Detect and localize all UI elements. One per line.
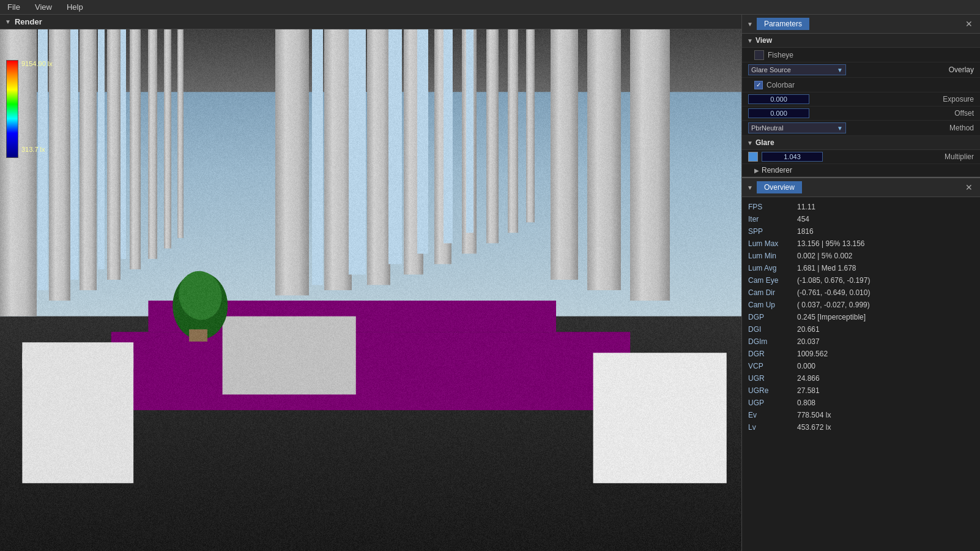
overview-value: 20.661 bbox=[797, 324, 820, 335]
method-value: PbrNeutral bbox=[751, 124, 784, 132]
overview-value: 0.002 | 5% 0.002 bbox=[797, 250, 853, 261]
overview-key: Iter bbox=[748, 214, 797, 225]
method-dropdown[interactable]: PbrNeutral ▼ bbox=[748, 122, 846, 133]
overview-key: SPP bbox=[748, 226, 797, 237]
colorbar-label: Colorbar bbox=[767, 81, 974, 89]
overview-row: Iter454 bbox=[748, 213, 974, 225]
overview-titlebar: ▼ Overview ✕ bbox=[742, 178, 980, 197]
right-panel: ▼ Parameters ✕ ▼ View Fisheye Glare Sour… bbox=[741, 15, 980, 551]
render-collapse-arrow[interactable]: ▼ bbox=[5, 18, 11, 25]
exposure-left bbox=[748, 94, 809, 104]
method-left: PbrNeutral ▼ bbox=[748, 122, 846, 133]
offset-right: Offset bbox=[931, 109, 974, 118]
exposure-right: Exposure bbox=[931, 95, 974, 103]
overview-value: (-0.761, -0.649, 0.010) bbox=[797, 287, 870, 298]
glare-source-value: Glare Source bbox=[751, 66, 791, 73]
exposure-label: Exposure bbox=[931, 95, 974, 103]
params-tab[interactable]: Parameters bbox=[757, 18, 809, 30]
view-collapse-arrow[interactable]: ▼ bbox=[747, 37, 753, 44]
overview-row: DGI20.661 bbox=[748, 323, 974, 335]
glare-source-left: Glare Source ▼ bbox=[748, 64, 846, 75]
glare-collapse-arrow[interactable]: ▼ bbox=[747, 140, 753, 146]
colorbar-checkbox[interactable] bbox=[754, 81, 763, 89]
overview-row: UGP0.808 bbox=[748, 397, 974, 409]
overview-value: 20.037 bbox=[797, 336, 820, 347]
fisheye-checkbox[interactable] bbox=[754, 50, 764, 60]
view-section-label: View bbox=[755, 36, 772, 45]
params-panel: ▼ Parameters ✕ ▼ View Fisheye Glare Sour… bbox=[742, 15, 980, 178]
offset-input[interactable] bbox=[748, 108, 809, 118]
menubar: File View Help bbox=[0, 0, 980, 15]
overview-row: Ev778.504 lx bbox=[748, 409, 974, 421]
glare-section-label: Glare bbox=[755, 138, 774, 147]
main-area: ▼ Render 9154.90 lx 313.7 lx ▼ Parameter… bbox=[0, 15, 980, 551]
overview-key: DGR bbox=[748, 348, 797, 359]
overview-value: 0.245 [Imperceptible] bbox=[797, 312, 866, 323]
menu-view[interactable]: View bbox=[32, 1, 54, 13]
params-titlebar: ▼ Parameters ✕ bbox=[742, 15, 980, 34]
overview-close-btn[interactable]: ✕ bbox=[963, 182, 975, 192]
overview-key: Cam Eye bbox=[748, 275, 797, 286]
view-section-header[interactable]: ▼ View bbox=[742, 34, 980, 48]
lux-bottom-label: 313.7 lx bbox=[21, 146, 45, 153]
overview-row: FPS11.11 bbox=[748, 201, 974, 213]
overview-value: 1.681 | Med 1.678 bbox=[797, 263, 856, 274]
overview-row: Lum Max13.156 | 95% 13.156 bbox=[748, 238, 974, 250]
overview-collapse-arrow[interactable]: ▼ bbox=[747, 184, 753, 191]
colorbar-gradient bbox=[6, 60, 18, 158]
overview-row: VCP0.000 bbox=[748, 360, 974, 372]
overview-key: UGR bbox=[748, 373, 797, 384]
overview-key: UGP bbox=[748, 397, 797, 408]
overview-row: DGIm20.037 bbox=[748, 335, 974, 348]
viewport-panel: ▼ Render 9154.90 lx 313.7 lx bbox=[0, 15, 741, 551]
multiplier-right: Multiplier bbox=[931, 152, 974, 161]
menu-help[interactable]: Help bbox=[64, 1, 86, 13]
overview-row: Lv453.672 lx bbox=[748, 421, 974, 433]
overview-key: DGP bbox=[748, 312, 797, 323]
multiplier-label: Multiplier bbox=[931, 152, 974, 161]
method-row: PbrNeutral ▼ Method bbox=[742, 121, 980, 136]
overview-row: SPP1816 bbox=[748, 225, 974, 238]
overview-titlebar-left: ▼ Overview bbox=[747, 181, 802, 193]
overview-key: VCP bbox=[748, 361, 797, 372]
overlay-label: Overlay bbox=[949, 66, 974, 74]
renderer-label: Renderer bbox=[762, 166, 792, 174]
viewport-content[interactable]: 9154.90 lx 313.7 lx bbox=[0, 29, 741, 551]
overview-value: 0.808 bbox=[797, 397, 815, 408]
overview-panel: ▼ Overview ✕ FPS11.11Iter454SPP1816Lum M… bbox=[742, 178, 980, 551]
multiplier-input[interactable] bbox=[762, 152, 823, 162]
params-collapse-arrow[interactable]: ▼ bbox=[747, 21, 753, 28]
overview-value: ( 0.037, -0.027, 0.999) bbox=[797, 299, 870, 310]
overview-key: Cam Up bbox=[748, 299, 797, 310]
offset-left bbox=[748, 108, 809, 118]
overview-row: DGR1009.562 bbox=[748, 348, 974, 360]
glare-section-header[interactable]: ▼ Glare bbox=[742, 136, 980, 150]
menu-file[interactable]: File bbox=[5, 1, 23, 13]
overview-value: 13.156 | 95% 13.156 bbox=[797, 238, 865, 249]
overview-value: 453.672 lx bbox=[797, 422, 831, 433]
overview-row: UGR24.866 bbox=[748, 372, 974, 384]
overview-value: 11.11 bbox=[797, 201, 815, 212]
renderer-row[interactable]: ▶ Renderer bbox=[742, 164, 980, 177]
glare-color-swatch[interactable] bbox=[748, 152, 758, 162]
glare-source-arrow: ▼ bbox=[837, 67, 843, 73]
glare-source-dropdown[interactable]: Glare Source ▼ bbox=[748, 64, 846, 75]
exposure-input[interactable] bbox=[748, 94, 809, 104]
overview-row: Cam Up( 0.037, -0.027, 0.999) bbox=[748, 299, 974, 311]
overview-key: Lv bbox=[748, 422, 797, 433]
offset-label: Offset bbox=[931, 109, 974, 118]
overview-value: (-1.085, 0.676, -0.197) bbox=[797, 275, 870, 286]
overview-row: UGRe27.581 bbox=[748, 384, 974, 397]
fisheye-row: Fisheye bbox=[742, 48, 980, 62]
overview-tab[interactable]: Overview bbox=[757, 181, 802, 193]
lux-top-label: 9154.90 lx bbox=[21, 60, 53, 67]
overview-key: Lum Min bbox=[748, 250, 797, 261]
overview-key: Lum Max bbox=[748, 238, 797, 249]
render-title: Render bbox=[15, 17, 42, 26]
params-close-btn[interactable]: ✕ bbox=[963, 19, 975, 29]
glare-source-row: Glare Source ▼ Overlay bbox=[742, 62, 980, 78]
fisheye-label: Fisheye bbox=[768, 51, 974, 59]
render-canvas[interactable] bbox=[0, 29, 741, 551]
overview-content: FPS11.11Iter454SPP1816Lum Max13.156 | 95… bbox=[742, 197, 980, 551]
overview-row: Lum Min0.002 | 5% 0.002 bbox=[748, 250, 974, 262]
